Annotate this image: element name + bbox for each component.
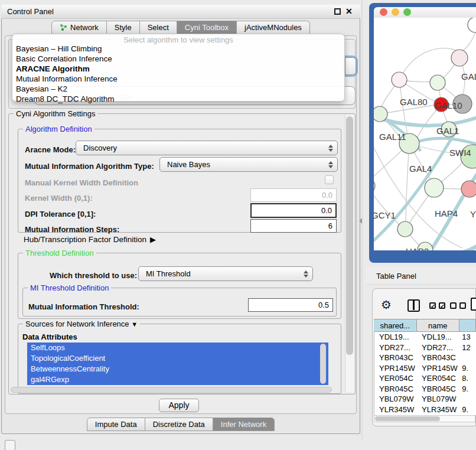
network-edge[interactable] [399,80,407,135]
deselect-all-checkbox-icon[interactable] [450,302,457,309]
mi-threshold-field[interactable] [248,298,333,312]
table-cell: 9. [459,363,476,374]
network-window-titlebar[interactable] [374,7,476,18]
table-row[interactable]: YBL079WYBL079W [374,394,476,405]
hub-definition-toggle[interactable]: Hub/Transcription Factor Definition▶ [24,235,156,244]
expand-arrow-icon[interactable]: ▶ [150,235,156,244]
select-all-checkbox-icon[interactable]: ✓ [439,302,445,309]
kernel-width-field[interactable] [250,188,337,202]
mi-threshold-label: Mutual Information Threshold: [28,302,139,311]
table-row[interactable]: YDL19...YDL19...13 [374,332,476,343]
tab-cyni-toolbox[interactable]: Cyni Toolbox [177,21,237,34]
algorithm-option-aracne-algorithm[interactable]: ARACNE Algorithm [15,64,343,74]
mi-steps-field[interactable] [250,219,337,233]
data-attributes-list[interactable]: SelfLoopsTopologicalCoefficientBetweenne… [27,343,328,385]
mi-type-select[interactable]: Naive Bayes [159,157,338,172]
dpi-tolerance-field[interactable] [250,203,337,218]
attribute-item-gal4rgexp[interactable]: gal4RGexp [27,374,328,385]
settings-scrollbar-thumb[interactable] [346,116,353,355]
algorithm-option-bayesian-hill-climbing[interactable]: Bayesian – Hill Climbing [15,44,343,54]
network-edge[interactable] [399,48,458,80]
algorithm-option-mutual-information-inference[interactable]: Mutual Information Inference [15,74,343,84]
table-row[interactable]: YBR043CYBR043C [374,353,476,363]
collapse-arrow-icon[interactable]: ▼ [131,321,138,328]
table-cell: YER054C [417,373,459,384]
settings-hscrollbar-thumb[interactable] [11,387,332,393]
tab-label: Network [70,23,99,32]
select-all-checkbox-icon[interactable]: ✓ [429,302,436,309]
split-columns-icon[interactable] [407,299,420,312]
network-edge[interactable] [374,148,462,248]
node-gcy1[interactable] [374,178,375,194]
node-hap4[interactable] [425,178,444,197]
table-cell: YBR043C [374,353,417,363]
control-panel-titlebar[interactable] [1,5,360,19]
tab-label: Discretize Data [153,420,205,429]
node-salmon-node[interactable] [461,181,476,197]
table-row[interactable]: YER054CYER054C8. [374,373,476,384]
algorithm-option-dream8-dc-tdc-algorithm[interactable]: Dream8 DC_TDC Algorithm [15,94,343,104]
minimized-panel-button[interactable] [5,440,15,450]
table-row[interactable]: YBR045CYBR045C9. [374,384,476,394]
deselect-all-checkbox-icon[interactable] [459,302,466,309]
tab-style[interactable]: Style [107,21,140,34]
sources-legend-text: Sources for Network Inference [25,319,129,328]
tab-label: Style [115,23,132,32]
divider-grip-icon[interactable] [359,218,362,224]
node-hap2[interactable] [397,221,413,237]
threshold-definition-legend: Threshold Definition [23,249,96,257]
node-unlabeled-top[interactable] [468,18,476,32]
apply-button[interactable]: Apply [159,399,199,412]
attribute-item-topologicalcoefficient[interactable]: TopologicalCoefficient [27,353,328,364]
node-gal80[interactable] [392,72,407,87]
tab-select[interactable]: Select [140,21,177,34]
float-window-icon[interactable] [334,8,341,15]
algorithm-dropdown: Select algorithm to view settings Bayesi… [12,34,345,102]
network-edge[interactable] [406,144,409,221]
tab-network[interactable]: Network [51,21,107,34]
minimize-traffic-light-icon[interactable] [392,8,399,16]
close-icon[interactable]: ✕ [345,6,353,16]
zoom-traffic-light-icon[interactable] [403,8,411,16]
table-hscrollbar-thumb[interactable] [375,416,440,421]
mi-threshold-definition-legend: MI Threshold Definition [28,283,111,292]
table-cell: 13 [459,332,476,343]
column-header-name[interactable]: name [417,319,460,332]
table-cell: YBR043C [417,353,459,363]
tab-jactivemnodules[interactable]: jActiveMNodules [237,21,310,34]
network-edge[interactable] [461,32,475,52]
network-canvas[interactable]: GALGAL80GAL10GAL1GAL11SWI4GAL4GCY1HAP4YH… [374,18,476,250]
table-row[interactable]: YDR27...YDR27...12 [374,343,476,353]
node-label-swi4: SWI4 [449,148,471,158]
aracne-mode-select[interactable]: Discovery [76,141,338,155]
algorithm-option-basic-correlation-inference[interactable]: Basic Correlation Inference [15,54,343,64]
which-threshold-value: MI Threshold [139,269,302,278]
column-header-shared[interactable]: shared... [374,319,417,332]
table-row[interactable]: YPR145WYPR145W9. [374,363,476,374]
attributes-list-scrollbar[interactable] [320,344,326,384]
tab-infer-network[interactable]: Infer Network [213,418,275,431]
algorithm-select-spinner[interactable] [345,57,356,75]
data-attributes-label: Data Attributes [22,332,77,341]
node-label-hap4: HAP4 [435,208,458,219]
node-gal-right[interactable] [451,50,468,66]
close-traffic-light-icon[interactable] [380,8,387,16]
control-panel-tabs: NetworkStyleSelectCyni ToolboxjActiveMNo… [1,21,360,34]
export-table-icon[interactable] [471,298,476,311]
tab-discretize-data[interactable]: Discretize Data [145,418,213,431]
table-row[interactable]: YLR345WYLR345W9. [374,405,476,415]
network-edge[interactable] [410,138,476,145]
algorithm-option-bayesian-k2[interactable]: Bayesian – K2 [15,84,343,94]
tab-label: jActiveMNodules [244,23,302,32]
column-header-2[interactable] [459,319,476,332]
which-threshold-select[interactable]: MI Threshold [138,266,313,281]
attribute-item-betweennesscentrality[interactable]: BetweennessCentrality [27,364,328,374]
tab-impute-data[interactable]: Impute Data [87,418,145,431]
attribute-item-selfloops[interactable]: SelfLoops [27,343,328,353]
table-settings-gear-icon[interactable]: ⚙ [381,298,392,312]
node-gal11[interactable] [374,106,387,122]
manual-kernel-checkbox[interactable] [325,175,334,184]
node-gal10[interactable] [430,75,445,90]
table-cell: YLR345W [417,405,459,415]
table-cell: YBL079W [417,394,459,405]
